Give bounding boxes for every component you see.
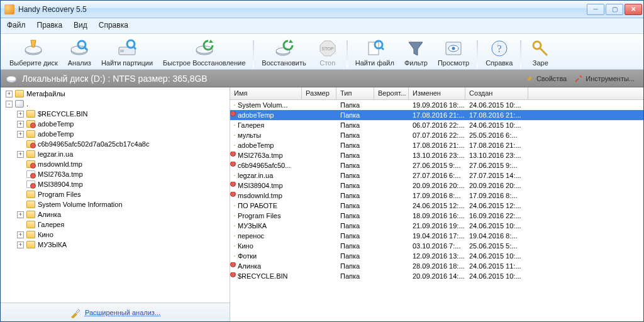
expand-toggle[interactable]: +: [17, 242, 24, 248]
tree-panel: +Метафайлы-.+$RECYCLE.BIN+adobeTemp+adob…: [1, 87, 230, 321]
folder-icon: [26, 221, 35, 228]
expand-toggle[interactable]: +: [17, 111, 24, 118]
tree-item[interactable]: Program Files: [3, 189, 227, 199]
row-crt: 17.08.2016 21:...: [465, 111, 528, 119]
expand-toggle[interactable]: +: [6, 91, 13, 97]
row-mod: 28.09.2016 18:...: [409, 262, 465, 270]
disk-icon: [15, 100, 24, 108]
menu-file[interactable]: Файл: [6, 19, 27, 31]
minimize-button[interactable]: ─: [587, 4, 604, 15]
row-name: Фотки: [238, 252, 257, 260]
row-mod: 06.07.2016 22:...: [409, 121, 465, 129]
tree-item[interactable]: System Volume Information: [3, 199, 227, 209]
close-button[interactable]: ✕: [625, 4, 642, 15]
row-name: перенос: [238, 232, 264, 240]
list-row[interactable]: adobeTempПапка17.08.2016 21:...17.08.201…: [230, 140, 643, 150]
col-mod[interactable]: Изменен: [409, 87, 465, 99]
expand-toggle[interactable]: +: [17, 131, 24, 138]
list-row[interactable]: КиноПапка03.10.2016 7:...25.06.2015 5:..…: [230, 241, 643, 251]
expand-toggle[interactable]: +: [17, 121, 24, 128]
tree-item[interactable]: MSI38904.tmp: [3, 179, 227, 189]
advanced-analysis-link[interactable]: Расширенный анализ...: [85, 309, 160, 316]
wrench-icon: [525, 74, 534, 83]
find-file-button[interactable]: Найти файл: [350, 36, 399, 68]
pathbar: Локальный диск (D:) : NTFS размер: 365,8…: [1, 70, 643, 87]
menu-help[interactable]: Справка: [97, 19, 130, 31]
row-mod: 17.08.2016 21:...: [409, 111, 465, 119]
col-prob[interactable]: Вероят...: [374, 87, 409, 99]
tree-body[interactable]: +Метафайлы-.+$RECYCLE.BIN+adobeTemp+adob…: [1, 87, 230, 303]
select-disk-button[interactable]: Выберите диск: [4, 36, 63, 68]
help-icon: ?: [488, 38, 511, 59]
titlebar[interactable]: Handy Recovery 5.5 ─ ▢ ✕: [1, 1, 643, 18]
filter-button[interactable]: Фильтр: [399, 36, 433, 68]
folder-icon: [234, 114, 235, 116]
col-type[interactable]: Тип: [336, 87, 374, 99]
help-button[interactable]: ?Справка: [480, 36, 518, 68]
tools-button[interactable]: Инструменты...: [570, 73, 638, 84]
expand-toggle[interactable]: +: [17, 151, 24, 158]
list-row[interactable]: Program FilesПапка18.09.2016 16:...16.09…: [230, 211, 643, 221]
row-mod: 17.09.2016 8:...: [409, 192, 465, 199]
tree-item[interactable]: MSI2763a.tmp: [3, 169, 227, 179]
folder-icon: [234, 265, 235, 267]
tree-item[interactable]: c6b94965afc502d7a0a25cb17c4a8c: [3, 139, 227, 149]
list-row[interactable]: ГалереяПапка06.07.2016 22:...24.06.2015 …: [230, 120, 643, 130]
tree-item[interactable]: +Метафайлы: [3, 89, 227, 99]
menu-edit[interactable]: Правка: [36, 19, 64, 31]
list-body[interactable]: System Volum...Папка19.09.2016 18:...24.…: [230, 100, 643, 321]
list-header[interactable]: Имя Размер Тип Вероят... Изменен Создан: [230, 87, 643, 100]
tree-item[interactable]: +legzar.in.ua: [3, 149, 227, 159]
extra-button[interactable]: Заре: [524, 36, 557, 68]
list-row[interactable]: АлинкаПапка28.09.2016 18:...24.06.2015 1…: [230, 261, 643, 271]
list-row[interactable]: $RECYCLE.BINПапка20.09.2016 14:...24.06.…: [230, 271, 643, 281]
tree-item[interactable]: -.: [3, 99, 227, 109]
find-partitions-button[interactable]: Найти партиции: [96, 36, 158, 68]
expand-toggle[interactable]: -: [6, 101, 13, 108]
list-row[interactable]: мультыПапка07.07.2016 22:...25.05.2016 6…: [230, 130, 643, 140]
col-crt[interactable]: Создан: [465, 87, 528, 99]
expand-toggle[interactable]: +: [17, 231, 24, 238]
svg-text:STOP: STOP: [321, 47, 333, 51]
row-type: Папка: [336, 121, 374, 129]
tree-item-label: Program Files: [38, 191, 80, 198]
app-icon: [4, 4, 14, 14]
list-row[interactable]: MSI38904.tmpПапка20.09.2016 20:...20.09.…: [230, 180, 643, 191]
list-row[interactable]: System Volum...Папка19.09.2016 18:...24.…: [230, 100, 643, 110]
expand-toggle[interactable]: +: [17, 211, 24, 218]
list-row[interactable]: msdownld.tmpПапка17.09.2016 8:...17.09.2…: [230, 191, 643, 201]
list-row[interactable]: legzar.in.uaПапка27.07.2016 6:...27.07.2…: [230, 170, 643, 180]
tree-item[interactable]: +Алинка: [3, 209, 227, 219]
list-row[interactable]: MSI2763a.tmpПапка13.10.2016 23:...13.10.…: [230, 150, 643, 160]
list-row[interactable]: c6b94965afc50...Папка27.06.2015 9:...27.…: [230, 160, 643, 170]
tree-item[interactable]: msdownld.tmp: [3, 159, 227, 169]
recover-button[interactable]: Восстановить: [257, 36, 311, 68]
list-row[interactable]: МУЗЫКАПапка21.09.2016 19:...24.06.2015 1…: [230, 221, 643, 231]
row-type: Папка: [336, 212, 374, 219]
list-row[interactable]: adobeTempПапка17.08.2016 21:...17.08.201…: [230, 110, 643, 120]
col-size[interactable]: Размер: [302, 87, 336, 99]
tree-item-label: .: [26, 100, 28, 108]
list-row[interactable]: ФоткиПапка12.09.2016 13:...24.06.2015 10…: [230, 251, 643, 261]
properties-button[interactable]: Свойства: [521, 73, 570, 84]
tree-item[interactable]: +$RECYCLE.BIN: [3, 109, 227, 119]
stop-button: STOPСтоп: [311, 36, 344, 68]
list-row[interactable]: переносПапка19.04.2016 17:...19.04.2016 …: [230, 231, 643, 241]
preview-button[interactable]: Просмотр: [433, 36, 474, 68]
tree-item[interactable]: +Кино: [3, 230, 227, 240]
file-icon: [26, 180, 35, 188]
menu-view[interactable]: Вид: [72, 19, 89, 31]
tree-item[interactable]: Галерея: [3, 219, 227, 230]
tree-item[interactable]: +adobeTemp: [3, 129, 227, 139]
tree-item[interactable]: +adobeTemp: [3, 119, 227, 129]
quick-recovery-button[interactable]: Быстрое Восстановление: [158, 36, 250, 68]
file-icon: [234, 155, 235, 156]
row-crt: 13.10.2016 23:...: [465, 152, 528, 159]
maximize-button[interactable]: ▢: [606, 4, 623, 15]
list-row[interactable]: ПО РАБОТЕПапка24.06.2015 12:...24.06.201…: [230, 201, 643, 211]
tree-item[interactable]: +МУЗЫКА: [3, 240, 227, 250]
tree-item-label: msdownld.tmp: [38, 160, 82, 168]
row-name: Галерея: [238, 121, 264, 129]
analyze-button[interactable]: Анализ: [63, 36, 96, 68]
col-name[interactable]: Имя: [230, 87, 302, 99]
